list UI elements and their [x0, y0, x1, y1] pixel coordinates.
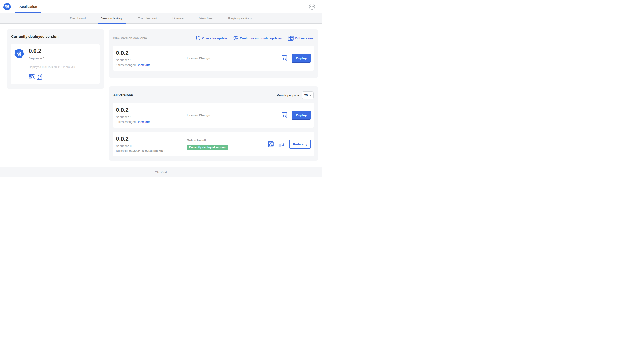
preflight-checks-button[interactable]	[282, 112, 287, 118]
new-version-header: New version available Check for update C…	[113, 34, 314, 42]
update-actions: Check for update Configure automatic upd…	[196, 36, 314, 41]
source-label: License Change	[187, 57, 282, 60]
deployed-version-sequence: Sequence 0	[29, 57, 77, 60]
view-diff-link[interactable]: View diff	[138, 120, 150, 124]
version-sequence: Sequence 0	[116, 144, 187, 148]
diff-versions-icon	[288, 36, 294, 41]
tab-dashboard[interactable]: Dashboard	[67, 14, 89, 24]
version-row: 0.0.2 Sequence 1 1 files changedView dif…	[113, 103, 314, 128]
footer: v1.109.3	[0, 167, 322, 177]
deployed-version-number: 0.0.2	[29, 48, 77, 54]
console-version: v1.109.3	[155, 170, 167, 173]
released-timestamp: Released 08/29/24 @ 03:18 pm MDT	[116, 149, 187, 153]
preflight-checklist-icon	[282, 112, 287, 118]
files-changed-label: 1 files changed	[116, 120, 136, 124]
application-tab-label: Application	[20, 5, 37, 9]
new-version-title: New version available	[113, 36, 147, 40]
deployed-version-tile: 0.0.2 Sequence 0 Deployed 09/11/24 @ 11:…	[11, 44, 100, 84]
preflight-checks-button[interactable]	[37, 74, 42, 80]
view-diff-link[interactable]: View diff	[138, 63, 150, 67]
tab-license[interactable]: License	[169, 14, 186, 24]
version-sequence: Sequence 1	[116, 115, 187, 119]
version-number: 0.0.2	[116, 136, 187, 142]
version-info: 0.0.2 Sequence 0 Released 08/29/24 @ 03:…	[116, 136, 187, 152]
version-actions: Deploy	[282, 54, 311, 63]
admin-console-page: Application Dashboard Version history Tr…	[0, 0, 322, 177]
version-source: License Change	[187, 57, 282, 60]
app-subnav: Dashboard Version history Troubleshoot L…	[0, 14, 322, 24]
deploy-button[interactable]: Deploy	[292, 54, 311, 63]
preflight-checklist-icon	[268, 141, 274, 147]
deployed-version-timestamp: Deployed 09/11/24 @ 11:02 am MDT	[29, 65, 77, 69]
results-per-page-label: Results per page:	[277, 94, 300, 97]
check-for-update-label: Check for update	[202, 37, 227, 40]
version-actions: Redeploy	[268, 140, 311, 149]
diff-versions-link[interactable]: Diff versions	[288, 36, 314, 41]
version-source: License Change	[187, 114, 282, 117]
currently-deployed-card: Currently deployed version 0.0.2 Sequenc…	[7, 29, 104, 89]
redeploy-button[interactable]: Redeploy	[289, 140, 311, 149]
version-number: 0.0.2	[116, 107, 187, 113]
right-column: New version available Check for update C…	[109, 29, 318, 161]
all-versions-card: All versions Results per page: 20	[109, 86, 318, 161]
kubernetes-logo-icon	[3, 2, 11, 11]
all-versions-title: All versions	[113, 93, 133, 97]
results-per-page-select[interactable]: 20	[302, 91, 314, 99]
kubernetes-logo-icon	[14, 48, 24, 59]
overflow-menu-button[interactable]	[309, 3, 315, 10]
all-versions-header: All versions Results per page: 20	[113, 91, 314, 99]
configure-automatic-updates-link[interactable]: Configure automatic updates	[233, 36, 282, 41]
tab-troubleshoot[interactable]: Troubleshoot	[135, 14, 160, 24]
new-version-card: New version available Check for update C…	[109, 29, 318, 78]
view-logs-icon	[29, 74, 34, 79]
auto-update-clock-icon	[233, 36, 238, 41]
currently-deployed-badge: Currently deployed version	[187, 145, 228, 150]
refresh-icon	[196, 36, 200, 41]
released-label: Released	[116, 149, 128, 153]
deployed-version-actions	[29, 74, 77, 80]
tab-application[interactable]: Application	[16, 0, 41, 13]
check-for-update-link[interactable]: Check for update	[196, 36, 227, 41]
preflight-checklist-icon	[37, 74, 42, 80]
results-per-page-value: 20	[304, 93, 308, 97]
deployed-version-info: 0.0.2 Sequence 0 Deployed 09/11/24 @ 11:…	[29, 48, 77, 80]
preflight-checks-button[interactable]	[282, 55, 287, 61]
version-history-content: Currently deployed version 0.0.2 Sequenc…	[0, 24, 322, 167]
tab-registry-settings[interactable]: Registry settings	[225, 14, 256, 24]
version-row: 0.0.2 Sequence 0 Released 08/29/24 @ 03:…	[113, 132, 314, 156]
topbar: Application	[0, 0, 322, 14]
deploy-button[interactable]: Deploy	[292, 111, 311, 120]
view-logs-icon	[278, 142, 284, 147]
preflight-checklist-icon	[282, 55, 287, 61]
configure-automatic-updates-label: Configure automatic updates	[240, 37, 282, 40]
view-logs-button[interactable]	[29, 74, 34, 79]
version-info: 0.0.2 Sequence 1 1 files changedView dif…	[116, 50, 187, 66]
version-number: 0.0.2	[116, 50, 187, 56]
source-label: License Change	[187, 114, 282, 117]
version-source: Online Install Currently deployed versio…	[187, 138, 268, 150]
files-changed: 1 files changedView diff	[116, 120, 187, 124]
all-versions-list: 0.0.2 Sequence 1 1 files changedView dif…	[113, 103, 314, 156]
currently-deployed-title: Currently deployed version	[11, 35, 100, 39]
view-logs-button[interactable]	[278, 142, 284, 147]
files-changed: 1 files changedView diff	[116, 63, 187, 67]
chevron-down-icon	[309, 95, 312, 96]
new-version-row: 0.0.2 Sequence 1 1 files changedView dif…	[113, 46, 314, 71]
tab-version-history[interactable]: Version history	[98, 14, 126, 24]
results-per-page: Results per page: 20	[277, 91, 314, 99]
ellipsis-menu-icon	[309, 3, 315, 10]
version-sequence: Sequence 1	[116, 59, 187, 62]
released-date: 08/29/24 @ 03:18 pm MDT	[129, 149, 165, 153]
version-info: 0.0.2 Sequence 1 1 files changedView dif…	[116, 107, 187, 123]
preflight-checks-button[interactable]	[268, 141, 274, 147]
files-changed-label: 1 files changed	[116, 63, 136, 67]
version-actions: Deploy	[282, 111, 311, 120]
source-label: Online Install	[187, 138, 268, 142]
diff-versions-label: Diff versions	[295, 37, 314, 40]
tab-view-files[interactable]: View files	[196, 14, 216, 24]
